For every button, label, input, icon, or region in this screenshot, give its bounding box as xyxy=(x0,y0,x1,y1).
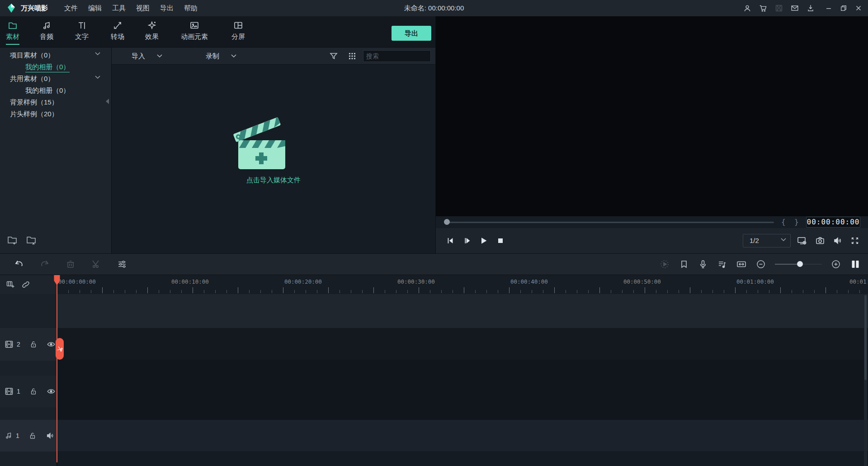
empty-state-label: 点击导入媒体文件 xyxy=(228,176,319,185)
menu-tools[interactable]: 工具 xyxy=(112,4,126,13)
link-icon[interactable] xyxy=(21,280,31,290)
undo-icon[interactable] xyxy=(14,259,24,270)
tab-elements[interactable]: 动画元素 xyxy=(174,19,215,44)
next-frame-button[interactable] xyxy=(462,236,472,245)
eye-icon[interactable] xyxy=(47,387,56,396)
text-icon xyxy=(64,19,100,31)
speaker-icon[interactable] xyxy=(46,431,55,440)
seek-thumb[interactable] xyxy=(444,219,450,225)
media-toolbar: 导入 录制 xyxy=(112,48,435,65)
tab-split-screen[interactable]: 分屏 xyxy=(220,19,256,44)
sidebar-item-background-samples[interactable]: 背景样例（15） xyxy=(0,96,111,108)
eye-icon[interactable] xyxy=(47,340,56,349)
timeline-lane-bottom xyxy=(57,451,868,466)
video-track-1-lane xyxy=(57,360,868,420)
download-icon[interactable] xyxy=(806,4,815,13)
marker-icon[interactable] xyxy=(679,259,689,269)
mark-in-brace[interactable]: { xyxy=(781,218,786,226)
user-icon[interactable] xyxy=(743,4,752,13)
fullscreen-icon[interactable] xyxy=(850,236,859,245)
sidebar-item-project-media[interactable]: 项目素材（0） xyxy=(0,49,111,61)
video-track-1-header: 1 xyxy=(0,376,57,407)
sidebar-item-my-album-project[interactable]: 我的相册（0） xyxy=(0,61,111,73)
delete-folder-icon[interactable] xyxy=(25,234,37,246)
playhead-handle[interactable] xyxy=(54,274,60,285)
previous-frame-button[interactable] xyxy=(446,236,455,245)
restore-button[interactable] xyxy=(840,4,848,12)
ruler-label: 00:00:10:00 xyxy=(171,278,209,285)
volume-icon[interactable] xyxy=(833,236,843,246)
panel-columns-icon[interactable] xyxy=(850,259,861,270)
grid-view-icon[interactable] xyxy=(347,51,357,61)
lock-icon[interactable] xyxy=(29,387,38,395)
mail-icon[interactable] xyxy=(790,4,799,13)
menu-help[interactable]: 帮助 xyxy=(184,4,198,13)
import-media-dropzone[interactable]: 点击导入媒体文件 xyxy=(228,115,319,185)
chevron-down-icon xyxy=(157,54,162,58)
timeline-zoom-slider[interactable] xyxy=(775,261,822,267)
play-button[interactable] xyxy=(479,236,488,245)
snapshot-icon[interactable] xyxy=(815,236,825,246)
sidebar-item-shared-media[interactable]: 共用素材（0） xyxy=(0,73,111,85)
stop-button[interactable] xyxy=(496,236,505,245)
mark-out-brace[interactable]: } xyxy=(794,218,799,226)
timeline-ruler[interactable]: 00:00:00:00 00:00:10:00 00:00:20:00 00:0… xyxy=(57,275,868,294)
menu-view[interactable]: 视图 xyxy=(136,4,150,13)
redo-icon[interactable] xyxy=(39,259,50,270)
zoom-in-icon[interactable] xyxy=(831,259,841,269)
tab-audio[interactable]: 音频 xyxy=(28,19,65,44)
playback-controls: 1/2 xyxy=(436,228,868,253)
lock-icon[interactable] xyxy=(28,432,37,440)
add-folder-icon[interactable] xyxy=(6,234,18,246)
lock-icon[interactable] xyxy=(29,340,38,348)
tab-text[interactable]: 文字 xyxy=(64,19,100,44)
cart-icon[interactable] xyxy=(759,4,768,13)
audio-track-1-header: 1 xyxy=(0,420,57,452)
folder-icon xyxy=(0,19,31,31)
chevron-down-icon[interactable] xyxy=(95,76,100,79)
delete-icon[interactable] xyxy=(65,259,76,270)
track-number: 1 xyxy=(17,388,20,395)
display-settings-icon[interactable] xyxy=(797,235,807,246)
timeline-scrollbar-thumb[interactable] xyxy=(864,295,867,380)
video-viewport xyxy=(436,16,868,216)
export-button[interactable]: 导出 xyxy=(392,26,431,41)
zoom-out-icon[interactable] xyxy=(756,259,766,269)
microphone-icon[interactable] xyxy=(698,259,708,269)
ruler-label: 00:00:20:00 xyxy=(284,278,322,285)
tab-media[interactable]: 素材 xyxy=(0,19,31,45)
scissors-icon[interactable] xyxy=(91,259,102,270)
transition-icon xyxy=(99,19,136,31)
sidebar-item-my-album-shared[interactable]: 我的相册（0） xyxy=(0,85,111,96)
playhead-cut-button[interactable] xyxy=(56,338,64,360)
timeline-scrollbar[interactable] xyxy=(864,294,867,466)
menu-edit[interactable]: 编辑 xyxy=(88,4,102,13)
manage-tracks-icon[interactable] xyxy=(5,280,15,290)
close-button[interactable] xyxy=(854,4,863,12)
import-button[interactable]: 导入 xyxy=(132,48,162,65)
record-button[interactable]: 录制 xyxy=(206,48,236,65)
collapse-sidebar-handle[interactable] xyxy=(106,99,109,104)
tab-effects[interactable]: 效果 xyxy=(134,19,170,44)
sidebar-item-intro-samples[interactable]: 片头样例（20） xyxy=(0,108,111,120)
seek-bar[interactable] xyxy=(446,222,774,223)
render-preview-icon[interactable] xyxy=(659,259,670,270)
audio-list-icon[interactable] xyxy=(717,259,727,269)
mixer-icon[interactable] xyxy=(117,259,127,270)
preview-quality-select[interactable]: 1/2 xyxy=(743,234,791,247)
menu-file[interactable]: 文件 xyxy=(64,4,78,13)
minimize-button[interactable] xyxy=(825,4,833,12)
chevron-down-icon[interactable] xyxy=(95,52,100,56)
save-icon[interactable] xyxy=(774,4,783,13)
ruler-label: 00:01:00:00 xyxy=(736,278,774,285)
video-track-icon xyxy=(5,340,14,348)
ruler-label: 00:00:00:00 xyxy=(58,278,96,285)
zoom-slider-handle[interactable] xyxy=(797,261,803,267)
menu-bar: 文件 编辑 工具 视图 导出 帮助 xyxy=(64,4,198,13)
tab-transitions[interactable]: 转场 xyxy=(99,19,136,44)
seek-row: { } 00:00:00:00 xyxy=(436,216,868,228)
filmora-app-window: 万兴喵影 文件 编辑 工具 视图 导出 帮助 未命名: 00:00:00:00 … xyxy=(0,0,868,466)
fit-timeline-icon[interactable] xyxy=(736,259,747,270)
menu-export[interactable]: 导出 xyxy=(160,4,174,13)
filter-icon[interactable] xyxy=(329,51,339,61)
